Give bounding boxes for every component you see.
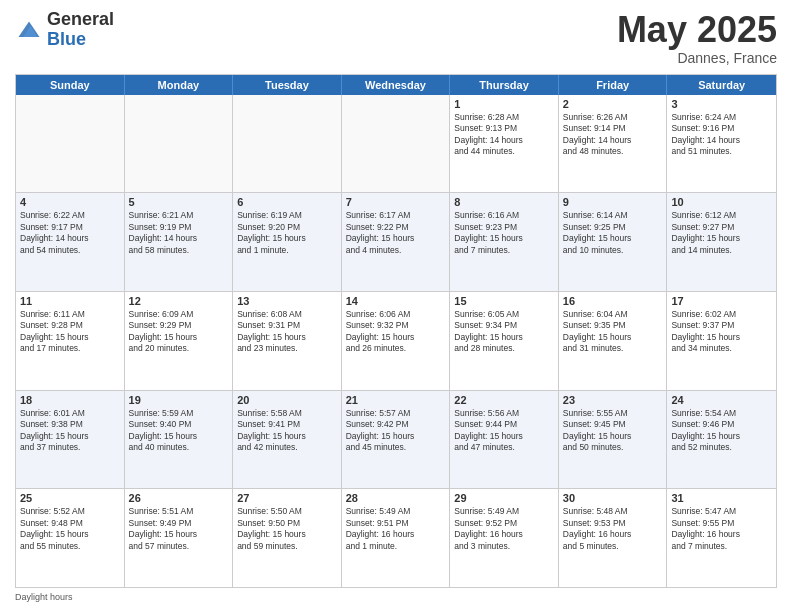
day-number: 3 (671, 98, 772, 110)
cell-line: Sunrise: 6:17 AM (346, 210, 446, 221)
day-number: 17 (671, 295, 772, 307)
cell-line: Sunset: 9:42 PM (346, 419, 446, 430)
cell-line: and 7 minutes. (671, 541, 772, 552)
cell-line: Sunset: 9:44 PM (454, 419, 554, 430)
calendar-cell: 23Sunrise: 5:55 AMSunset: 9:45 PMDayligh… (559, 391, 668, 489)
calendar-cell: 21Sunrise: 5:57 AMSunset: 9:42 PMDayligh… (342, 391, 451, 489)
day-number: 15 (454, 295, 554, 307)
day-number: 26 (129, 492, 229, 504)
cell-line: Daylight: 15 hours (237, 431, 337, 442)
header-day-friday: Friday (559, 75, 668, 95)
logo-blue: Blue (47, 30, 114, 50)
cell-line: Daylight: 15 hours (671, 431, 772, 442)
cell-line: Sunrise: 5:50 AM (237, 506, 337, 517)
cell-line: Daylight: 15 hours (20, 529, 120, 540)
day-number: 27 (237, 492, 337, 504)
cell-line: Sunset: 9:34 PM (454, 320, 554, 331)
calendar-cell: 8Sunrise: 6:16 AMSunset: 9:23 PMDaylight… (450, 193, 559, 291)
footer-text: Daylight hours (15, 592, 73, 602)
cell-line: Sunrise: 6:06 AM (346, 309, 446, 320)
page: General Blue May 2025 Dannes, France Sun… (0, 0, 792, 612)
calendar-cell: 2Sunrise: 6:26 AMSunset: 9:14 PMDaylight… (559, 95, 668, 193)
cell-line: and 50 minutes. (563, 442, 663, 453)
cell-line: Sunset: 9:27 PM (671, 222, 772, 233)
day-number: 5 (129, 196, 229, 208)
day-number: 19 (129, 394, 229, 406)
cell-line: Sunset: 9:31 PM (237, 320, 337, 331)
day-number: 10 (671, 196, 772, 208)
cell-line: Daylight: 15 hours (671, 332, 772, 343)
calendar-cell: 4Sunrise: 6:22 AMSunset: 9:17 PMDaylight… (16, 193, 125, 291)
cell-line: Sunrise: 6:11 AM (20, 309, 120, 320)
day-number: 29 (454, 492, 554, 504)
cell-line: and 59 minutes. (237, 541, 337, 552)
cell-line: and 44 minutes. (454, 146, 554, 157)
cell-line: Sunset: 9:29 PM (129, 320, 229, 331)
cell-line: Sunset: 9:49 PM (129, 518, 229, 529)
calendar: SundayMondayTuesdayWednesdayThursdayFrid… (15, 74, 777, 588)
cell-line: Daylight: 15 hours (671, 233, 772, 244)
calendar-cell: 15Sunrise: 6:05 AMSunset: 9:34 PMDayligh… (450, 292, 559, 390)
day-number: 18 (20, 394, 120, 406)
cell-line: Sunrise: 5:52 AM (20, 506, 120, 517)
day-number: 11 (20, 295, 120, 307)
cell-line: Sunset: 9:28 PM (20, 320, 120, 331)
cell-line: and 51 minutes. (671, 146, 772, 157)
title-block: May 2025 Dannes, France (617, 10, 777, 66)
calendar-cell: 14Sunrise: 6:06 AMSunset: 9:32 PMDayligh… (342, 292, 451, 390)
calendar-cell: 19Sunrise: 5:59 AMSunset: 9:40 PMDayligh… (125, 391, 234, 489)
cell-line: and 1 minute. (346, 541, 446, 552)
logo: General Blue (15, 10, 114, 50)
cell-line: and 3 minutes. (454, 541, 554, 552)
cell-line: Daylight: 15 hours (346, 332, 446, 343)
cell-line: Sunset: 9:38 PM (20, 419, 120, 430)
cell-line: and 37 minutes. (20, 442, 120, 453)
cell-line: Sunset: 9:45 PM (563, 419, 663, 430)
header-day-thursday: Thursday (450, 75, 559, 95)
cell-line: Sunset: 9:13 PM (454, 123, 554, 134)
cell-line: Sunrise: 5:48 AM (563, 506, 663, 517)
cell-line: and 17 minutes. (20, 343, 120, 354)
cell-line: Sunset: 9:35 PM (563, 320, 663, 331)
calendar-cell: 20Sunrise: 5:58 AMSunset: 9:41 PMDayligh… (233, 391, 342, 489)
cell-line: Daylight: 15 hours (346, 233, 446, 244)
cell-line: and 7 minutes. (454, 245, 554, 256)
day-number: 16 (563, 295, 663, 307)
cell-line: Sunset: 9:50 PM (237, 518, 337, 529)
day-number: 4 (20, 196, 120, 208)
cell-line: Sunrise: 6:21 AM (129, 210, 229, 221)
cell-line: Sunrise: 6:28 AM (454, 112, 554, 123)
title-location: Dannes, France (617, 50, 777, 66)
day-number: 20 (237, 394, 337, 406)
cell-line: Sunrise: 6:12 AM (671, 210, 772, 221)
day-number: 25 (20, 492, 120, 504)
calendar-cell: 11Sunrise: 6:11 AMSunset: 9:28 PMDayligh… (16, 292, 125, 390)
logo-icon (15, 16, 43, 44)
cell-line: and 1 minute. (237, 245, 337, 256)
cell-line: Sunrise: 5:56 AM (454, 408, 554, 419)
calendar-cell: 5Sunrise: 6:21 AMSunset: 9:19 PMDaylight… (125, 193, 234, 291)
cell-line: Sunset: 9:48 PM (20, 518, 120, 529)
day-number: 8 (454, 196, 554, 208)
day-number: 24 (671, 394, 772, 406)
cell-line: Daylight: 15 hours (20, 431, 120, 442)
cell-line: and 54 minutes. (20, 245, 120, 256)
cell-line: Sunrise: 5:49 AM (346, 506, 446, 517)
calendar-cell: 18Sunrise: 6:01 AMSunset: 9:38 PMDayligh… (16, 391, 125, 489)
cell-line: Sunrise: 6:02 AM (671, 309, 772, 320)
cell-line: and 57 minutes. (129, 541, 229, 552)
calendar-cell (233, 95, 342, 193)
calendar-cell: 22Sunrise: 5:56 AMSunset: 9:44 PMDayligh… (450, 391, 559, 489)
calendar-header: SundayMondayTuesdayWednesdayThursdayFrid… (16, 75, 776, 95)
cell-line: and 34 minutes. (671, 343, 772, 354)
header-day-sunday: Sunday (16, 75, 125, 95)
cell-line: Sunrise: 5:57 AM (346, 408, 446, 419)
calendar-cell: 31Sunrise: 5:47 AMSunset: 9:55 PMDayligh… (667, 489, 776, 587)
calendar-cell (16, 95, 125, 193)
cell-line: Daylight: 16 hours (346, 529, 446, 540)
cell-line: Sunset: 9:16 PM (671, 123, 772, 134)
cell-line: and 55 minutes. (20, 541, 120, 552)
cell-line: Daylight: 16 hours (671, 529, 772, 540)
cell-line: Sunset: 9:20 PM (237, 222, 337, 233)
cell-line: Sunrise: 5:58 AM (237, 408, 337, 419)
